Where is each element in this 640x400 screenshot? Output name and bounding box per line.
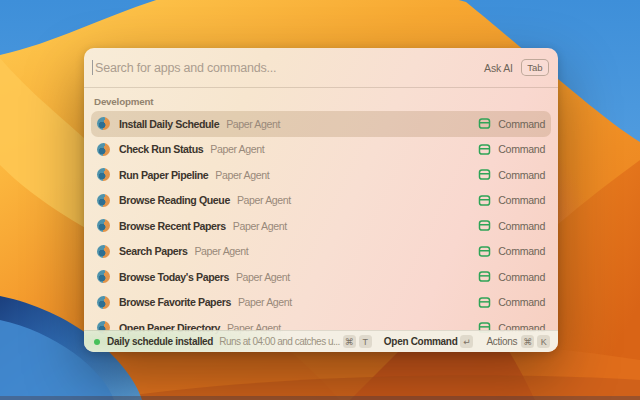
- item-type-label: Command: [498, 194, 545, 206]
- item-subtitle: Paper Agent: [194, 245, 248, 257]
- status-detail: Runs at 04:00 and catches u...: [219, 336, 340, 347]
- item-title: Check Run Status: [119, 143, 203, 155]
- command-type-icon: [478, 194, 491, 207]
- item-subtitle: Paper Agent: [210, 143, 264, 155]
- list-item[interactable]: Browse Today's PapersPaper AgentCommand: [91, 264, 551, 290]
- paper-agent-app-icon: [97, 245, 110, 258]
- list-item[interactable]: Browse Favorite PapersPaper AgentCommand: [91, 290, 551, 316]
- actions-button[interactable]: Actions: [486, 336, 517, 347]
- item-subtitle: Paper Agent: [237, 194, 291, 206]
- list-item[interactable]: Check Run StatusPaper AgentCommand: [91, 137, 551, 163]
- item-title: Browse Today's Papers: [119, 271, 229, 283]
- command-type-icon: [478, 296, 491, 309]
- paper-agent-app-icon: [97, 219, 110, 232]
- list-item[interactable]: Search PapersPaper AgentCommand: [91, 239, 551, 265]
- item-type-label: Command: [498, 169, 545, 181]
- item-title: Install Daily Schedule: [119, 118, 219, 130]
- status-dot: [94, 339, 100, 345]
- item-title: Browse Reading Queue: [119, 194, 230, 206]
- paper-agent-app-icon: [97, 296, 110, 309]
- key-badge: ⌘: [343, 335, 356, 348]
- ask-ai-label[interactable]: Ask AI: [484, 62, 513, 74]
- screen-bottom-edge: [0, 396, 640, 400]
- tab-key-badge: Tab: [521, 59, 549, 76]
- command-type-icon: [478, 117, 491, 130]
- item-type-label: Command: [498, 245, 545, 257]
- list-item[interactable]: Run Paper PipelinePaper AgentCommand: [91, 162, 551, 188]
- list-item[interactable]: Browse Reading QueuePaper AgentCommand: [91, 188, 551, 214]
- item-subtitle: Paper Agent: [233, 220, 287, 232]
- status-title: Daily schedule installed: [107, 336, 213, 347]
- item-type-label: Command: [498, 296, 545, 308]
- command-type-icon: [478, 168, 491, 181]
- list-item[interactable]: Browse Recent PapersPaper AgentCommand: [91, 213, 551, 239]
- paper-agent-app-icon: [97, 194, 110, 207]
- text-cursor: [92, 60, 93, 75]
- paper-agent-app-icon: [97, 117, 110, 130]
- item-subtitle: Paper Agent: [238, 296, 292, 308]
- open-command-button[interactable]: Open Command: [384, 336, 458, 347]
- command-type-icon: [478, 245, 491, 258]
- key-badge: T: [359, 335, 372, 348]
- item-subtitle: Paper Agent: [236, 271, 290, 283]
- search-input[interactable]: Search for apps and commands...: [95, 61, 484, 75]
- command-type-icon: [478, 219, 491, 232]
- item-title: Browse Favorite Papers: [119, 296, 231, 308]
- item-type-label: Command: [498, 143, 545, 155]
- paper-agent-app-icon: [97, 168, 110, 181]
- item-title: Browse Recent Papers: [119, 220, 226, 232]
- key-badge: K: [537, 335, 550, 348]
- paper-agent-app-icon: [97, 143, 110, 156]
- paper-agent-app-icon: [97, 270, 110, 283]
- search-bar[interactable]: Search for apps and commands... Ask AI T…: [84, 48, 558, 88]
- enter-key-badge: ↵: [460, 335, 473, 348]
- item-type-label: Command: [498, 271, 545, 283]
- item-subtitle: Paper Agent: [215, 169, 269, 181]
- command-type-icon: [478, 270, 491, 283]
- command-list: Install Daily SchedulePaper AgentCommand…: [84, 111, 558, 341]
- status-shortcut-keys: ⌘T: [340, 335, 372, 348]
- item-title: Search Papers: [119, 245, 187, 257]
- command-type-icon: [478, 143, 491, 156]
- actions-shortcut-keys: ⌘K: [518, 335, 550, 348]
- key-badge: ⌘: [521, 335, 534, 348]
- status-bar: Daily schedule installed Runs at 04:00 a…: [84, 330, 558, 352]
- launcher-window: Search for apps and commands... Ask AI T…: [84, 48, 558, 352]
- item-subtitle: Paper Agent: [226, 118, 280, 130]
- list-item[interactable]: Install Daily SchedulePaper AgentCommand: [91, 111, 551, 137]
- section-header: Development: [94, 96, 558, 107]
- item-title: Run Paper Pipeline: [119, 169, 208, 181]
- item-type-label: Command: [498, 220, 545, 232]
- item-type-label: Command: [498, 118, 545, 130]
